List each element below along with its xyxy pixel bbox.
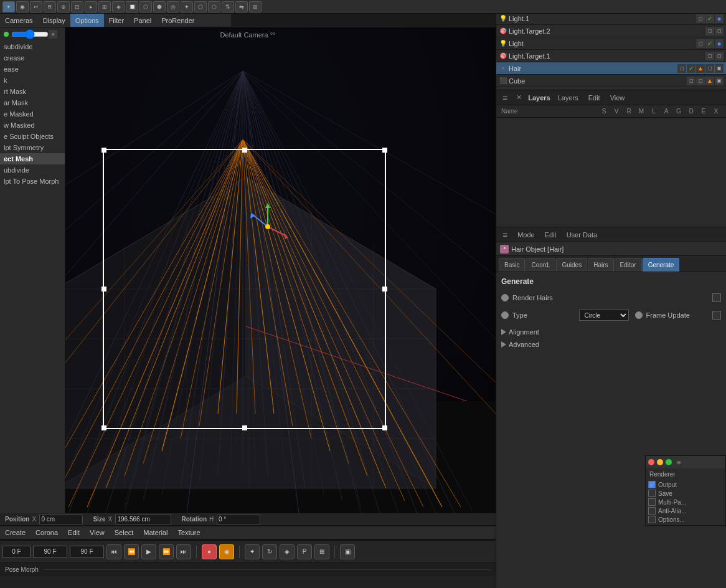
type-dropdown[interactable]: Circle Square Flat Multi — [579, 310, 629, 321]
toolbar-icon-8[interactable]: ⊞ — [98, 1, 111, 12]
hair-checker[interactable]: ▣ — [715, 64, 724, 73]
layers-menu-view[interactable]: View — [608, 94, 628, 102]
obj-row-lighttarget1[interactable]: 🎯 Light.Target.1 ◻ ◻ — [496, 50, 726, 62]
left-panel-lpt-symmetry[interactable]: lpt Symmetry — [0, 142, 65, 153]
toolbar-icon-1[interactable]: ✦ — [2, 1, 15, 12]
props-hamburger-icon[interactable]: ≡ — [500, 230, 510, 240]
renderer-hamburger-icon[interactable]: ≡ — [677, 458, 681, 466]
renderer-maximize-dot[interactable] — [666, 459, 672, 465]
menu-filter[interactable]: Filter — [104, 14, 129, 27]
menu-panel[interactable]: Panel — [129, 14, 156, 27]
toolbar-icon-16[interactable]: ⬡ — [208, 1, 220, 12]
menu-texture[interactable]: Texture — [172, 528, 205, 538]
left-panel-w-masked[interactable]: w Masked — [0, 120, 65, 131]
tab-coord[interactable]: Coord. — [526, 258, 555, 272]
transport-end[interactable]: ⏭ — [176, 544, 191, 559]
motion-btn-2[interactable]: ↻ — [262, 544, 277, 559]
lighttarget1-a2[interactable]: ◻ — [715, 52, 724, 60]
hair-check[interactable]: ✓ — [687, 64, 695, 73]
menu-material[interactable]: Material — [138, 528, 172, 538]
renderer-save-checkbox[interactable] — [648, 490, 656, 497]
left-panel-ar-mask[interactable]: ar Mask — [0, 97, 65, 108]
light-check[interactable]: ✓ — [705, 39, 714, 48]
toolbar-icon-14[interactable]: ✦ — [181, 1, 193, 12]
renderer-close-dot[interactable] — [648, 459, 654, 465]
layers-hamburger-icon[interactable]: ≡ — [500, 93, 510, 103]
light-dot[interactable]: ● — [715, 39, 724, 48]
left-panel-crease[interactable]: crease — [0, 52, 65, 64]
tab-basic[interactable]: Basic — [499, 258, 525, 272]
left-panel-k[interactable]: k — [0, 75, 65, 86]
hair-dot-orange[interactable]: ▲ — [696, 64, 705, 73]
hair-a1[interactable]: ◻ — [677, 64, 686, 73]
menu-edit[interactable]: Edit — [63, 528, 85, 538]
type-radio[interactable] — [501, 311, 509, 319]
advanced-row[interactable]: Advanced — [501, 338, 721, 351]
menu-corona[interactable]: Corona — [31, 528, 63, 538]
renderer-output-checkbox[interactable]: ✓ — [648, 481, 656, 488]
obj-row-cube[interactable]: ⬛ Cube ◻ ◻ ▲ ▣ — [496, 75, 726, 87]
menu-display[interactable]: Display — [38, 14, 70, 27]
renderer-minimize-dot[interactable] — [657, 459, 663, 465]
renderer-multipa-checkbox[interactable] — [648, 498, 656, 506]
light1-dot[interactable]: ● — [715, 14, 724, 23]
left-panel-pose-morph[interactable]: lpt To Pose Morph — [0, 176, 65, 187]
left-panel-ease[interactable]: ease — [0, 64, 65, 75]
light1-hide[interactable]: ◻ — [696, 14, 705, 23]
motion-btn-1[interactable]: ✦ — [245, 544, 260, 559]
layers-close-icon[interactable]: ✕ — [515, 93, 523, 102]
left-panel-rt-mask[interactable]: rt Mask — [0, 86, 65, 97]
rot-h-input[interactable] — [217, 514, 260, 524]
cube-a1[interactable]: ◻ — [687, 77, 695, 85]
renderer-options-checkbox[interactable] — [648, 516, 656, 523]
menu-cameras[interactable]: Cameras — [0, 14, 38, 27]
menu-view[interactable]: View — [85, 528, 110, 538]
obj-row-lighttarget2[interactable]: 🎯 Light.Target.2 ◻ ◻ — [496, 25, 726, 37]
tab-editor[interactable]: Editor — [615, 258, 642, 272]
toolbar-icon-9[interactable]: ◈ — [112, 1, 125, 12]
cube-checker[interactable]: ▣ — [715, 77, 724, 85]
render-hairs-radio[interactable] — [501, 294, 509, 301]
viewport[interactable]: Default Camera °° Grid Spacing : 100 cm — [0, 27, 496, 526]
obj-row-hair[interactable]: ⚬ Hair ◻ ✓ ▲ ◻ ▣ — [496, 62, 726, 75]
motion-btn-5[interactable]: ⊞ — [314, 544, 329, 559]
motion-btn-4[interactable]: P — [297, 544, 312, 559]
end-frame-field-1[interactable] — [33, 546, 67, 558]
obj-row-light[interactable]: 💡 Light ◻ ✓ ● — [496, 37, 726, 50]
left-panel-slider[interactable] — [11, 32, 49, 37]
transport-next[interactable]: ⏩ — [159, 544, 174, 559]
toolbar-icon-3[interactable]: ↩ — [30, 1, 42, 12]
obj-row-light1[interactable]: 💡 Light.1 ◻ ✓ ● — [496, 12, 726, 25]
end-frame-field-2[interactable] — [70, 546, 104, 558]
menu-options[interactable]: Options — [70, 14, 104, 27]
toolbar-icon-r3[interactable]: ⊞ — [249, 1, 262, 12]
transport-prev[interactable]: ⏪ — [124, 544, 139, 559]
cube-dot[interactable]: ▲ — [705, 77, 714, 85]
props-mode-mode[interactable]: Mode — [515, 231, 537, 239]
frame-field-left[interactable] — [2, 546, 31, 558]
toolbar-icon-right[interactable]: ⇅ — [222, 1, 234, 12]
layers-menu-edit[interactable]: Edit — [586, 94, 603, 102]
transform-gizmo[interactable] — [243, 202, 293, 252]
frame-update-checkbox[interactable] — [712, 311, 721, 320]
left-panel-e-masked[interactable]: e Masked — [0, 108, 65, 120]
toolbar-icon-12[interactable]: ⬢ — [153, 1, 166, 12]
left-panel-close[interactable]: ✕ — [49, 30, 57, 39]
toolbar-icon-4[interactable]: R — [44, 1, 56, 12]
toolbar-icon-r2[interactable]: ⇆ — [235, 1, 248, 12]
timeline-extra[interactable]: ▣ — [340, 544, 355, 559]
left-panel-ubdivide[interactable]: ubdivide — [0, 164, 65, 176]
lighttarget2-a1[interactable]: ◻ — [705, 27, 714, 36]
size-x-input[interactable] — [115, 514, 171, 524]
tab-guides[interactable]: Guides — [556, 258, 587, 272]
cube-a2[interactable]: ◻ — [696, 77, 705, 85]
props-mode-userdata[interactable]: User Data — [564, 231, 600, 239]
renderer-antialia-checkbox[interactable] — [648, 507, 656, 514]
lighttarget1-a1[interactable]: ◻ — [705, 52, 714, 60]
render-hairs-checkbox[interactable] — [712, 293, 721, 302]
hair-dot-white[interactable]: ◻ — [705, 64, 714, 73]
light-a1[interactable]: ◻ — [696, 39, 705, 48]
toolbar-icon-10[interactable]: 🔲 — [126, 1, 138, 12]
tab-hairs[interactable]: Hairs — [588, 258, 613, 272]
left-panel-sculpt-objects[interactable]: e Sculpt Objects — [0, 131, 65, 142]
